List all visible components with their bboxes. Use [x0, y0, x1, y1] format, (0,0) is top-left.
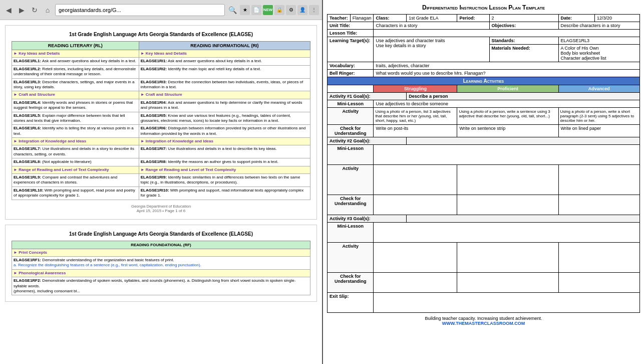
- browser-panel: ◀ ▶ ↻ ⌂ 🔍 ★ 📄 NEW 🔒 ⚙ 👤 ⋮ 1st Grade Engl…: [0, 0, 323, 364]
- teacher-label: Teacher:: [328, 15, 351, 22]
- learning-targets-value: Use adjectives and character traitsUse k…: [374, 37, 489, 62]
- lesson-title-label: Lesson Title:: [328, 30, 374, 37]
- rl-integration: ► Integration of Knowledge and Ideas: [12, 138, 139, 145]
- ri4: ELAGSE1RI4: Ask and answer questions to …: [139, 99, 310, 112]
- period-value: 2: [489, 15, 558, 22]
- mini-lesson3-label: Mini-Lesson: [328, 223, 374, 243]
- activity2-advanced: [558, 165, 639, 195]
- bell-ringer-label: Bell Ringer:: [328, 70, 374, 77]
- mini-lesson2-value: [374, 145, 640, 165]
- ri-range: ► Range of Reading and Level of Text Com…: [139, 166, 310, 173]
- activity2-label: Activity: [328, 165, 374, 195]
- check1-struggling: Write on post-its: [374, 125, 457, 137]
- check2-advanced: [558, 195, 639, 215]
- check1-proficient: Write on sentence strip: [457, 125, 558, 137]
- rl8: ELAGSE1RL8: (Not applicable to literatur…: [12, 158, 139, 166]
- doc1-footer: Georgia Department of EducationApril 15,…: [12, 204, 310, 213]
- exit-slip-value: [374, 293, 640, 313]
- rl5: ELAGSE1RL5: Explain major difference bet…: [12, 112, 139, 125]
- objectives-label: Objectives:: [489, 22, 558, 30]
- activity3-goal-value: [407, 215, 640, 223]
- advanced-header: Advanced: [558, 85, 639, 93]
- objectives-value: Describe characters in a story: [558, 22, 639, 30]
- doc2-title: 1st Grade English Language Arts Georgia …: [12, 231, 310, 237]
- mini-lesson-label: Mini-Lesson: [328, 100, 374, 108]
- check3-label: Check for Understanding: [328, 273, 374, 293]
- rl9: ELAGSE1RL9: Compare and contrast the adv…: [12, 174, 139, 187]
- activity1-goal-label: Activity #1 Goal(s):: [328, 93, 407, 100]
- browser-toolbar: ◀ ▶ ↻ ⌂ 🔍 ★ 📄 NEW 🔒 ⚙ 👤 ⋮: [0, 0, 322, 20]
- menu-icon[interactable]: ⋮: [309, 5, 319, 15]
- rl-range: ► Range of Reading and Level of Text Com…: [12, 166, 139, 173]
- ri7: ELAGSE1RI7: Use illustrations and detail…: [139, 145, 310, 158]
- standards-label: Standards:: [489, 37, 558, 45]
- ri6: ELAGSE1RI6: Distinguish between informat…: [139, 125, 310, 138]
- extension-icon4[interactable]: ⚙: [286, 5, 296, 15]
- learning-targets-label: Learning Target(s):: [328, 37, 374, 62]
- extension-icon3[interactable]: 🔒: [274, 5, 284, 15]
- ri1: ELAGSE1RI1: Ask and answer questions abo…: [139, 58, 310, 65]
- doc-page-1: 1st Grade English Language Arts Georgia …: [5, 25, 317, 220]
- rl6: ELAGSE1RL6: Identify who is telling the …: [12, 125, 139, 138]
- extension-icon2[interactable]: NEW: [263, 5, 273, 15]
- rf-header: READING FOUNDATIONAL (RF): [12, 241, 310, 249]
- struggling-header: Struggling: [374, 85, 457, 93]
- exit-slip-label: Exit Slip:: [328, 293, 374, 313]
- materials-value: A Color of His OwnBody bio worksheetChar…: [558, 45, 639, 62]
- address-bar[interactable]: [55, 4, 225, 16]
- vocabulary-value: traits, adjectives, character: [374, 62, 640, 70]
- ri3: ELAGSE1RI3: Describe the connection betw…: [139, 78, 310, 91]
- mini-lesson-value: Use adjectives to describe someone: [374, 100, 640, 108]
- extension-icon1[interactable]: 📄: [251, 5, 261, 15]
- mini-lesson3-value: [374, 223, 640, 243]
- rl3: ELAGSE1RL3: Describe characters, setting…: [12, 78, 139, 91]
- ri5: ELAGSE1RI5: Know and use various text fe…: [139, 112, 310, 125]
- proficient-header: Proficient: [457, 85, 558, 93]
- activity2-struggling: [374, 165, 457, 195]
- check3-struggling: [374, 273, 457, 293]
- back-button[interactable]: ◀: [3, 5, 14, 16]
- materials-label: Materials Needed:: [489, 45, 558, 62]
- search-button[interactable]: 🔍: [227, 5, 238, 16]
- rl-key-ideas: ► Key Ideas and Details: [12, 50, 139, 58]
- ri2: ELAGSE1RI2: Identify the main topic and …: [139, 65, 310, 78]
- lesson-info-table: Teacher: Flanagan Class: 1st Grade ELA P…: [327, 14, 640, 313]
- activity1-struggling: Using a photo of a person, list 3 adject…: [374, 108, 457, 125]
- learning-activities-title: Learning Activities: [328, 77, 640, 85]
- home-button[interactable]: ⌂: [42, 5, 53, 16]
- class-value: 1st Grade ELA: [407, 15, 457, 22]
- check2-proficient: [457, 195, 558, 215]
- check-label: Check for Understanding: [328, 125, 374, 137]
- browser-content[interactable]: 1st Grade English Language Arts Georgia …: [0, 20, 322, 364]
- unit-title-label: Unit Title:: [328, 22, 374, 30]
- rf-table: READING FOUNDATIONAL (RF) ► Print Concep…: [12, 241, 310, 296]
- empty-col-header: [328, 85, 374, 93]
- rl1: ELAGSE1RL1: Ask and answer questions abo…: [12, 58, 139, 65]
- ri-key-ideas: ► Key Ideas and Details: [139, 50, 310, 58]
- teacher-value: Flanagan: [350, 15, 374, 22]
- profile-icon[interactable]: 👤: [297, 5, 307, 15]
- rl-header: READING LITERARY (RL): [12, 42, 139, 50]
- activity3-proficient: [457, 243, 558, 273]
- lesson-plan-title: Differentiated Instruction Lesson Plan T…: [327, 4, 640, 11]
- reload-button[interactable]: ↻: [29, 5, 40, 16]
- unit-title-value: Characters in a story: [374, 22, 489, 30]
- ri10: ELAGSE1RI10: With prompting and support,…: [139, 187, 310, 200]
- rl-craft: ► Craft and Structure: [12, 91, 139, 99]
- bookmark-icon[interactable]: ★: [240, 5, 250, 15]
- forward-button[interactable]: ▶: [16, 5, 27, 16]
- ri-integration: ► Integration of Knowledge and Ideas: [139, 138, 310, 145]
- standards-table: READING LITERARY (RL) READING INFORMATIO…: [12, 41, 310, 200]
- ri8: ELAGSE1RI8: Identify the reasons an auth…: [139, 158, 310, 166]
- rl4: ELAGSE1RL4: Identify words and phrases i…: [12, 99, 139, 112]
- rf1: ELAGSE1RF1: Demonstrate understanding of…: [12, 256, 310, 269]
- footer-text: Building teacher capacity. Increasing st…: [327, 316, 640, 321]
- activity3-label: Activity: [328, 243, 374, 273]
- activity1-goal-value: Describe a person: [407, 93, 640, 100]
- activity2-proficient: [457, 165, 558, 195]
- activity3-goal-label: Activity #3 Goal(s):: [328, 215, 407, 223]
- lesson-title-value: [374, 30, 640, 37]
- rl7: ELAGSE1RL7: Use illustrations and detail…: [12, 145, 139, 158]
- standards-value: ELAGSE1RL3: [558, 37, 639, 45]
- check3-advanced: [558, 273, 639, 293]
